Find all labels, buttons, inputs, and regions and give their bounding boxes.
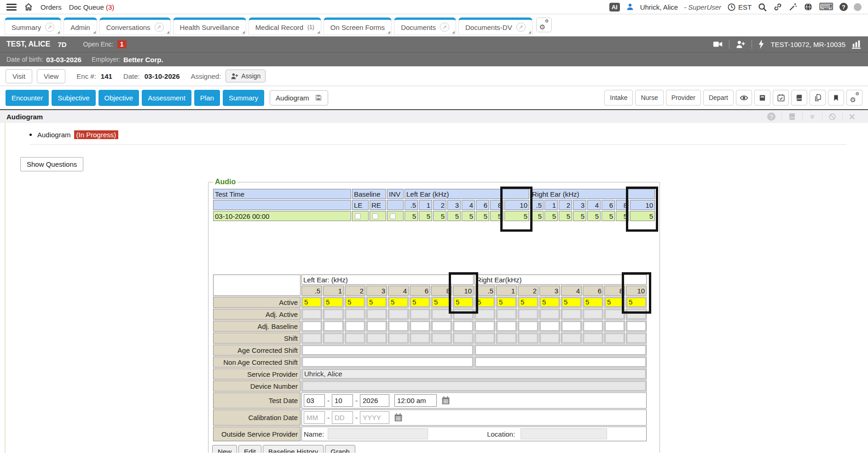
bookmark-button[interactable] bbox=[828, 90, 844, 105]
globe-icon[interactable] bbox=[804, 2, 813, 12]
adj-baseline-left-input-4[interactable] bbox=[389, 322, 408, 331]
outside-name-input[interactable] bbox=[328, 428, 428, 439]
active-right-input-.5[interactable]: 5 bbox=[475, 298, 494, 307]
adj-baseline-right-input-2[interactable] bbox=[519, 322, 538, 331]
adj-baseline-left-input-2[interactable] bbox=[346, 322, 365, 331]
help-icon[interactable]: ? bbox=[839, 3, 848, 11]
copy-button[interactable] bbox=[810, 90, 826, 105]
person-add-icon[interactable] bbox=[735, 40, 746, 49]
calendar-icon[interactable] bbox=[393, 413, 403, 422]
assign-button[interactable]: Assign bbox=[226, 70, 266, 82]
keyboard-icon[interactable]: ⌨ bbox=[819, 2, 833, 12]
active-right-input-10[interactable]: 5 bbox=[627, 298, 646, 307]
soap-tab-subjective[interactable]: Subjective bbox=[52, 90, 95, 106]
main-tab-on-screen-forms[interactable]: On Screen Forms bbox=[324, 18, 392, 35]
baseline-re-checkbox[interactable] bbox=[372, 213, 378, 219]
baseline-history-button[interactable]: Baseline History bbox=[263, 445, 324, 453]
main-tab-health-surveillance[interactable]: Health Surveillance bbox=[173, 18, 246, 35]
section-close-button[interactable] bbox=[842, 113, 862, 120]
adj-baseline-left-input-.5[interactable] bbox=[302, 322, 321, 331]
active-right-input-1[interactable]: 5 bbox=[497, 298, 516, 307]
active-left-input-6[interactable]: 5 bbox=[411, 298, 429, 307]
settings-tabs-button[interactable]: ⚙⚙ bbox=[536, 18, 552, 32]
video-camera-icon[interactable] bbox=[713, 40, 723, 48]
active-left-input-10[interactable]: 5 bbox=[454, 298, 473, 307]
visit-button[interactable]: Visit bbox=[6, 69, 32, 83]
adj-baseline-left-input-8[interactable] bbox=[432, 322, 451, 331]
calibration-day-input[interactable] bbox=[332, 411, 353, 424]
new-button[interactable]: New bbox=[212, 445, 237, 453]
popout-icon[interactable]: ↗ bbox=[45, 23, 54, 32]
chart-icon[interactable] bbox=[851, 40, 862, 49]
active-right-input-2[interactable]: 5 bbox=[519, 298, 538, 307]
adj-baseline-right-input-4[interactable] bbox=[562, 322, 581, 331]
baseline-le-checkbox[interactable] bbox=[355, 213, 361, 219]
main-tab-conversations[interactable]: Conversations↗ bbox=[99, 18, 171, 35]
show-questions-button[interactable]: Show Questions bbox=[20, 157, 83, 171]
section-collapse-button[interactable] bbox=[802, 113, 822, 120]
soap-tab-assessment[interactable]: Assessment bbox=[142, 90, 191, 106]
button-depart[interactable]: Depart bbox=[703, 90, 734, 105]
calibration-month-input[interactable] bbox=[304, 411, 325, 424]
archive-button[interactable] bbox=[754, 90, 770, 105]
popout-icon[interactable]: ↗ bbox=[516, 23, 526, 32]
chart-book-button[interactable] bbox=[791, 90, 807, 105]
timezone[interactable]: EST bbox=[727, 3, 752, 12]
section-cancel-button[interactable] bbox=[822, 113, 842, 121]
adj-baseline-right-input-3[interactable] bbox=[540, 322, 559, 331]
adj-baseline-right-input-.5[interactable] bbox=[475, 322, 494, 331]
adj-baseline-right-input-1[interactable] bbox=[497, 322, 516, 331]
active-left-input-.5[interactable]: 5 bbox=[302, 298, 321, 307]
open-enc-badge[interactable]: 1 bbox=[117, 40, 127, 48]
adj-baseline-right-input-6[interactable] bbox=[584, 322, 602, 331]
calibration-year-input[interactable] bbox=[360, 411, 389, 424]
active-left-input-3[interactable]: 5 bbox=[367, 298, 386, 307]
button-nurse[interactable]: Nurse bbox=[635, 90, 663, 105]
search-icon[interactable] bbox=[758, 2, 767, 12]
popout-icon[interactable]: ↗ bbox=[155, 23, 164, 32]
lightning-icon[interactable] bbox=[758, 40, 764, 49]
test-time-value[interactable]: 03-10-2026 00:00 bbox=[213, 211, 351, 221]
main-tab-summary[interactable]: Summary↗ bbox=[5, 18, 61, 35]
adj-baseline-left-input-10[interactable] bbox=[454, 322, 473, 331]
adj-baseline-right-input-8[interactable] bbox=[605, 322, 624, 331]
adj-baseline-right-input-10[interactable] bbox=[627, 322, 646, 331]
adj-baseline-left-input-3[interactable] bbox=[367, 322, 386, 331]
test-date-month-input[interactable] bbox=[304, 394, 325, 407]
soap-tab-summary[interactable]: Summary bbox=[223, 90, 264, 106]
save-icon[interactable] bbox=[315, 94, 322, 101]
test-date-year-input[interactable] bbox=[360, 394, 389, 407]
audiogram-list-item[interactable]: Audiogram (In Progress) bbox=[29, 130, 868, 139]
active-left-input-1[interactable]: 5 bbox=[324, 298, 343, 307]
soap-tab-encounter[interactable]: Encounter bbox=[6, 90, 49, 106]
button-intake[interactable]: Intake bbox=[604, 90, 633, 105]
settings-button[interactable]: ⚙⚙ bbox=[846, 90, 862, 105]
edit-button[interactable]: Edit bbox=[238, 445, 261, 453]
soap-tab-objective[interactable]: Objective bbox=[98, 90, 139, 106]
popout-icon[interactable]: ↗ bbox=[440, 23, 449, 32]
preview-button[interactable] bbox=[736, 90, 752, 105]
section-book-button[interactable] bbox=[781, 112, 802, 121]
button-provider[interactable]: Provider bbox=[666, 90, 701, 105]
schedule-button[interactable] bbox=[773, 90, 789, 105]
ai-badge[interactable]: AI bbox=[609, 3, 620, 12]
view-button[interactable]: View bbox=[37, 69, 65, 83]
main-tab-admin[interactable]: Admin bbox=[64, 18, 97, 35]
nav-orders[interactable]: Orders bbox=[41, 3, 62, 11]
tab-audiogram-active[interactable]: Audiogram bbox=[270, 90, 328, 105]
link-icon[interactable] bbox=[773, 2, 782, 12]
soap-tab-plan[interactable]: Plan bbox=[194, 90, 220, 106]
active-left-input-8[interactable]: 5 bbox=[432, 298, 451, 307]
active-right-input-8[interactable]: 5 bbox=[605, 298, 624, 307]
adj-baseline-left-input-1[interactable] bbox=[324, 322, 343, 331]
home-icon[interactable] bbox=[24, 2, 33, 12]
active-left-input-2[interactable]: 5 bbox=[346, 298, 365, 307]
active-right-input-3[interactable]: 5 bbox=[540, 298, 559, 307]
active-left-input-4[interactable]: 5 bbox=[389, 298, 408, 307]
graph-button[interactable]: Graph bbox=[325, 445, 355, 453]
main-tab-medical-record[interactable]: Medical Record(1) bbox=[249, 18, 321, 35]
active-right-input-4[interactable]: 5 bbox=[562, 298, 581, 307]
active-right-input-6[interactable]: 5 bbox=[584, 298, 602, 307]
user-name[interactable]: Uhrick, Alice bbox=[640, 3, 678, 11]
main-tab-documents[interactable]: Documents↗ bbox=[394, 18, 456, 35]
